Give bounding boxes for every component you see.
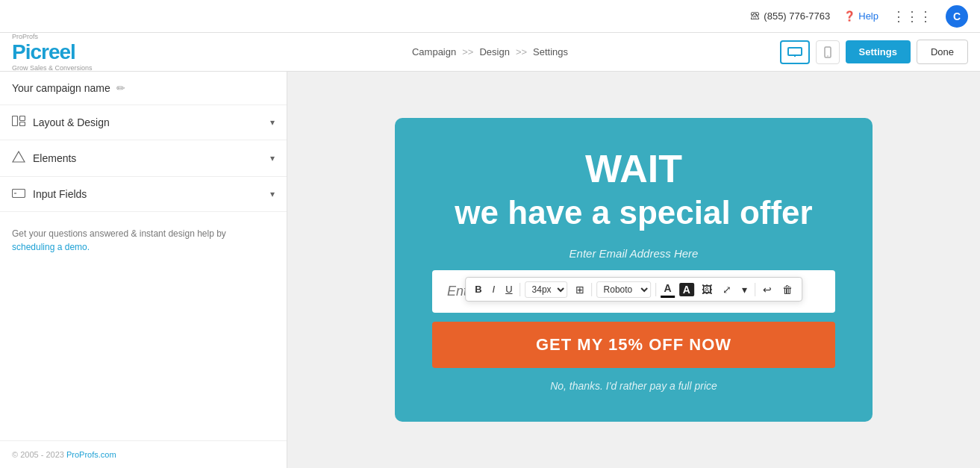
sidebar-help-text: Get your questions answered & instant de… [12,228,226,239]
paragraph-format-button[interactable]: ⊞ [572,282,587,297]
popup-title-offer: we have a special offer [455,193,812,233]
undo-button[interactable]: ↩ [760,282,775,297]
sidebar-section-input-fields-header[interactable]: Input Fields ▾ [0,177,287,211]
settings-button[interactable]: Settings [846,40,911,63]
sidebar-section-layout-left: Layout & Design [12,116,110,129]
nav-campaign[interactable]: Campaign [412,46,456,57]
edit-icon[interactable]: ✏ [116,82,125,94]
elements-label: Elements [33,152,76,164]
input-fields-icon [12,187,25,201]
italic-button[interactable]: I [490,282,499,296]
toolbar-sep-4 [755,283,755,296]
text-color-button[interactable]: A [661,281,675,298]
layout-chevron-icon: ▾ [270,117,275,128]
popup-title-wait: WAIT [585,148,682,190]
sidebar-footer: © 2005 - 2023 ProProfs.com [0,440,287,468]
svg-rect-0 [788,48,802,55]
phone-icon: 🕾 [750,10,760,22]
sidebar-section-elements: Elements ▾ [0,140,287,177]
apps-grid-icon[interactable]: ⋮⋮⋮ [892,8,932,25]
header: ProProfs Picreel Grow Sales & Conversion… [0,33,980,72]
mobile-view-button[interactable] [816,40,840,64]
help-label: Help [858,10,878,22]
logo: ProProfs Picreel Grow Sales & Conversion… [12,33,93,72]
logo-proprofs: ProProfs [12,33,38,40]
popup-card: WAIT we have a special offer Enter Email… [395,118,873,422]
campaign-name-row: Your campaign name ✏ [0,72,287,105]
preview-area: B I U 34px 24px 18px 48px ⊞ Roboto Arial… [287,72,980,468]
phone-number: (855) 776-7763 [764,10,830,22]
avatar[interactable]: C [946,5,968,28]
text-formatting-toolbar: B I U 34px 24px 18px 48px ⊞ Roboto Arial… [465,277,802,302]
topbar-phone: 🕾 (855) 776-7763 [750,10,830,22]
input-fields-label: Input Fields [33,188,87,200]
toolbar-sep-3 [656,283,657,296]
image-button[interactable]: 🖼 [699,282,715,297]
sidebar-section-elements-header[interactable]: Elements ▾ [0,140,287,176]
toolbar-sep-1 [520,283,521,296]
text-highlight-button[interactable]: A [679,283,694,296]
input-fields-chevron-icon: ▾ [270,189,275,199]
layout-icon [12,116,25,129]
font-size-select[interactable]: 34px 24px 18px 48px [525,281,568,298]
logo-tagline: Grow Sales & Conversions [12,64,93,72]
elements-chevron-icon: ▾ [270,153,275,163]
popup-email-placeholder-text: Enter Email Address Here [569,247,699,260]
help-icon: ❓ [843,10,855,22]
svg-rect-6 [20,116,25,121]
sidebar-section-input-fields-left: Input Fields [12,187,87,201]
cta-button[interactable]: GET MY 15% OFF NOW [432,322,835,368]
main-layout: Your campaign name ✏ Layout & Design ▾ [0,72,980,468]
bold-button[interactable]: B [472,282,484,296]
delete-button[interactable]: 🗑 [779,282,796,297]
svg-marker-8 [13,152,25,162]
nav-actions: Settings Done [780,40,968,64]
underline-button[interactable]: U [502,282,515,296]
nav-sep-1: >> [462,46,473,57]
more-options-button[interactable]: ▾ [739,282,750,297]
sidebar-help-link[interactable]: scheduling a demo. [12,242,90,252]
campaign-name-text: Your campaign name [12,82,110,94]
layout-label: Layout & Design [33,116,110,128]
nav-center: Campaign >> Design >> Settings [412,46,568,57]
svg-rect-7 [20,122,25,126]
sidebar-help: Get your questions answered & instant de… [0,212,287,269]
svg-point-4 [827,55,828,57]
logo-picreel: Picreel [12,40,75,64]
elements-icon [12,151,25,166]
footer-link[interactable]: ProProfs.com [66,450,116,459]
resize-button[interactable]: ⤢ [720,282,734,297]
done-button[interactable]: Done [917,40,968,64]
nav-design[interactable]: Design [479,46,509,57]
popup-decline-text: No, thanks. I'd rather pay a full price [550,380,717,392]
desktop-view-button[interactable] [780,40,810,64]
nav-sep-2: >> [516,46,527,57]
footer-copyright: © 2005 - 2023 [12,450,64,459]
topbar: 🕾 (855) 776-7763 ❓ Help ⋮⋮⋮ C [0,0,980,33]
nav-settings[interactable]: Settings [533,46,568,57]
svg-rect-5 [13,116,18,126]
sidebar-section-layout: Layout & Design ▾ [0,105,287,140]
sidebar-section-input-fields: Input Fields ▾ [0,177,287,212]
sidebar-section-layout-header[interactable]: Layout & Design ▾ [0,105,287,140]
font-family-select[interactable]: Roboto Arial Georgia [597,281,652,298]
toolbar-sep-2 [592,283,593,296]
sidebar-section-elements-left: Elements [12,151,76,166]
sidebar: Your campaign name ✏ Layout & Design ▾ [0,72,287,468]
topbar-help[interactable]: ❓ Help [843,10,878,22]
